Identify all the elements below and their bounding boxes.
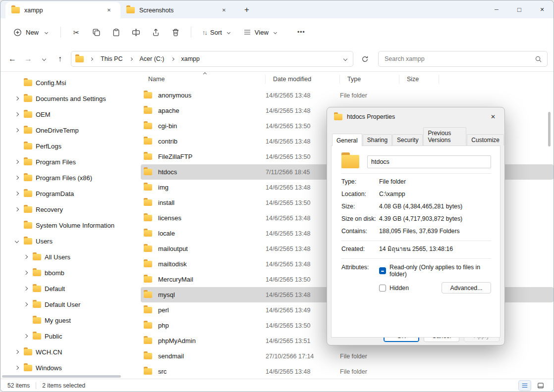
column-header-type[interactable]: Type (340, 75, 399, 84)
copy-button[interactable] (87, 24, 106, 41)
details-view-button[interactable] (519, 381, 531, 391)
sidebar-item-wch-cn[interactable]: WCH.CN (2, 344, 122, 360)
sidebar-item-programdata[interactable]: ProgramData (2, 186, 122, 201)
sidebar-item-bbomb[interactable]: bbomb (2, 265, 122, 281)
chevron-right-icon[interactable] (22, 269, 29, 276)
sidebar-item-program-files[interactable]: Program Files (2, 154, 122, 170)
chevron-right-icon[interactable] (22, 253, 29, 260)
hidden-checkbox[interactable] (379, 285, 386, 292)
sidebar-item-default[interactable]: Default (2, 281, 122, 296)
sidebar-horizontal-scrollbar[interactable] (2, 375, 121, 378)
sidebar-item-public[interactable]: Public (2, 328, 122, 344)
forward-button[interactable]: → (20, 51, 36, 67)
tab-xampp[interactable]: xampp✕ (5, 2, 120, 18)
view-button[interactable]: View (238, 25, 284, 40)
column-header-name[interactable]: Name (141, 75, 266, 84)
breadcrumb-bar[interactable]: This PCAcer (C:)xampp (71, 51, 353, 67)
breadcrumb-item-acer-c[interactable]: Acer (C:) (137, 54, 166, 64)
sidebar-item-recovery[interactable]: Recovery (2, 201, 122, 217)
advanced-button[interactable]: Advanced... (442, 282, 491, 294)
up-button[interactable]: ↑ (52, 51, 68, 67)
recent-locations-button[interactable] (36, 51, 52, 67)
minimize-button[interactable]: ─ (485, 0, 508, 18)
column-header-date-modified[interactable]: Date modified (266, 75, 340, 84)
share-button[interactable] (146, 24, 165, 41)
file-name-cell: mysql (141, 291, 266, 298)
sidebar-item-config-msi[interactable]: Config.Msi (2, 75, 122, 91)
sidebar-item-label: Documents and Settings (36, 95, 106, 102)
column-header-size[interactable]: Size (399, 75, 439, 84)
sidebar-item-onedrivetemp[interactable]: OneDriveTemp (2, 122, 122, 138)
folder-name-input[interactable] (367, 155, 491, 168)
chevron-down-icon[interactable] (13, 238, 20, 245)
chevron-right-icon[interactable] (13, 364, 20, 371)
sidebar-item-default-user[interactable]: Default User (2, 296, 122, 312)
file-row-src[interactable]: src14/6/2565 13:48File folder (141, 364, 554, 379)
dialog-tab-previous-versions[interactable]: Previous Versions (423, 127, 466, 146)
chevron-right-icon[interactable] (13, 190, 20, 197)
sidebar-item-oem[interactable]: OEM (2, 106, 122, 122)
sidebar-item-all-users[interactable]: All Users (2, 249, 122, 265)
chevron-right-icon[interactable] (13, 348, 20, 355)
maximize-button[interactable]: □ (508, 0, 531, 18)
chevron-right-icon[interactable] (22, 333, 29, 340)
breadcrumb-item-xampp[interactable]: xampp (179, 54, 202, 64)
readonly-checkbox[interactable] (379, 267, 386, 274)
new-button[interactable]: New (8, 25, 55, 40)
sidebar-item-windows[interactable]: Windows (2, 360, 122, 376)
sort-button[interactable]: ↑↓ Sort (197, 25, 237, 40)
tab-close-icon[interactable]: ✕ (219, 5, 229, 16)
sidebar-item-system-volume-information[interactable]: System Volume Information (2, 217, 122, 233)
folder-icon (24, 96, 32, 102)
breadcrumb-item-this-pc[interactable]: This PC (99, 54, 124, 64)
view-icon (243, 28, 251, 36)
file-type: File folder (340, 353, 399, 360)
dialog-tab-customize[interactable]: Customize (467, 134, 504, 146)
explorer-window: xampp✕Screenshots✕ + ─ □ ✕ New ✂ (0, 0, 554, 392)
more-options-button[interactable]: ••• (292, 24, 311, 41)
new-button-label: New (26, 29, 39, 36)
tab-screenshots[interactable]: Screenshots✕ (120, 2, 235, 18)
chevron-right-icon[interactable] (13, 127, 20, 134)
chevron-right-icon[interactable] (13, 95, 20, 102)
sidebar-item-program-files-x86[interactable]: Program Files (x86) (2, 170, 122, 186)
sidebar-item-my-guest[interactable]: My guest (2, 312, 122, 328)
dialog-tab-sharing[interactable]: Sharing (363, 134, 392, 146)
sidebar-item-perflogs[interactable]: PerfLogs (2, 138, 122, 154)
chevron-right-icon[interactable] (13, 174, 20, 181)
file-list-vertical-scrollbar[interactable] (548, 112, 551, 147)
sidebar-item-users[interactable]: Users (2, 233, 122, 249)
chevron-right-icon[interactable] (22, 301, 29, 308)
address-dropdown-icon[interactable] (342, 55, 349, 62)
dialog-tab-security[interactable]: Security (392, 134, 423, 146)
folder-icon (144, 107, 152, 114)
sidebar-item-documents-and-settings[interactable]: Documents and Settings (2, 91, 122, 106)
chevron-right-icon[interactable] (13, 158, 20, 165)
field-value: C:\xampp (379, 190, 491, 198)
rename-button[interactable] (126, 24, 145, 41)
file-name: FileZillaFTP (158, 153, 192, 160)
icons-view-button[interactable] (535, 381, 547, 391)
file-name: phpMyAdmin (158, 337, 196, 344)
more-icon: ••• (297, 29, 305, 36)
chevron-right-icon[interactable] (13, 206, 20, 213)
dialog-close-button[interactable]: ✕ (482, 107, 504, 126)
back-button[interactable]: ← (4, 51, 20, 67)
tab-close-icon[interactable]: ✕ (104, 5, 114, 16)
chevron-right-icon[interactable] (13, 111, 20, 118)
search-input[interactable] (384, 55, 535, 63)
breadcrumb: This PCAcer (C:)xampp (99, 54, 202, 64)
created-row: Created: 14 มิถุนายน 2565, 13:48:16 (341, 245, 491, 253)
paste-button[interactable] (107, 24, 125, 41)
chevron-right-icon[interactable] (22, 285, 29, 292)
new-tab-button[interactable]: + (239, 2, 254, 17)
cut-button[interactable]: ✂ (67, 24, 86, 41)
folder-icon (144, 230, 152, 237)
refresh-button[interactable] (356, 51, 373, 67)
delete-button[interactable] (166, 24, 185, 41)
close-button[interactable]: ✕ (531, 0, 554, 18)
file-row-anonymous[interactable]: anonymous14/6/2565 13:48File folder (141, 88, 554, 103)
file-row-sendmail[interactable]: sendmail27/10/2566 17:14File folder (141, 348, 554, 364)
readonly-label: Read-only (Only applies to files in fold… (389, 264, 491, 278)
dialog-tab-general[interactable]: General (332, 134, 362, 146)
